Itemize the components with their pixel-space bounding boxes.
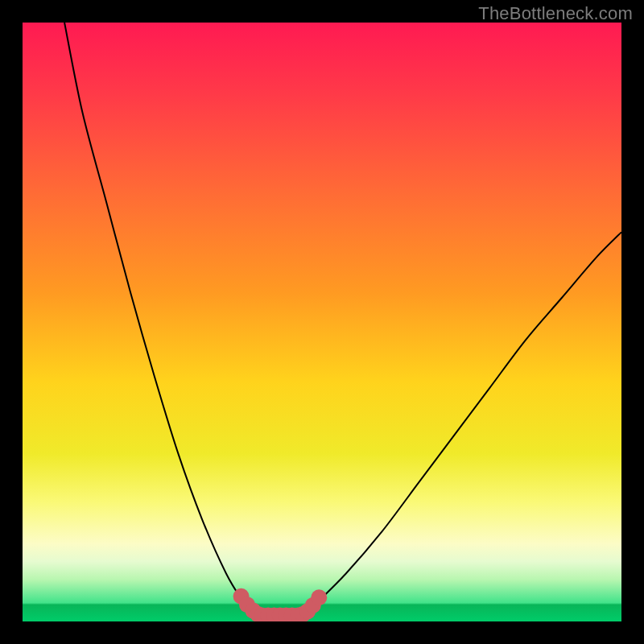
chart-frame: TheBottleneck.com — [0, 0, 644, 644]
marker-layer — [233, 588, 328, 621]
watermark-text: TheBottleneck.com — [478, 3, 633, 24]
curve-layer — [64, 23, 621, 616]
left-curve-path — [64, 23, 244, 604]
chart-svg — [23, 23, 621, 621]
right-curve-path — [316, 232, 621, 603]
valley-marker-dot — [311, 589, 327, 605]
